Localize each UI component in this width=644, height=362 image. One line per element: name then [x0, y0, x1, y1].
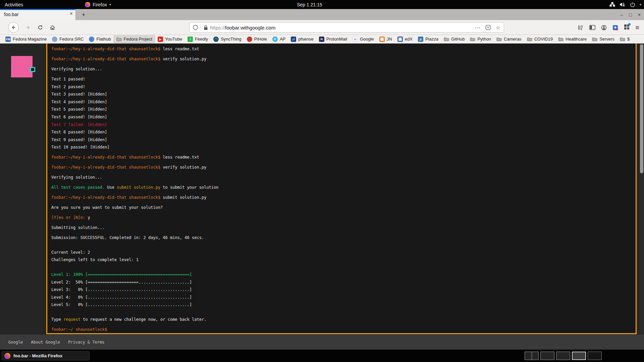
bookmark-star-icon[interactable]: ☆: [496, 24, 500, 31]
forward-button[interactable]: [25, 25, 31, 30]
workspace-box-4[interactable]: [572, 352, 586, 360]
terminal-line: Test 2 passed!: [51, 83, 636, 91]
bookmark-protonmail[interactable]: ✉ProtonMail: [316, 36, 350, 43]
bookmark-ap[interactable]: PAP: [270, 36, 288, 43]
tab-close-icon[interactable]: ×: [70, 11, 73, 17]
youtube-favicon: ▶: [158, 37, 163, 42]
bookmark-edx[interactable]: edX: [395, 36, 415, 43]
bookmark-github[interactable]: GitHub: [441, 36, 467, 43]
pocket-icon[interactable]: [485, 25, 491, 30]
bookmark-covid19[interactable]: COVID19: [524, 36, 556, 43]
activities-button[interactable]: Activities: [0, 0, 28, 9]
back-button[interactable]: [8, 22, 19, 33]
library-icon[interactable]: [578, 25, 584, 31]
tab-foobar[interactable]: foo.bar ×: [0, 9, 76, 20]
bookmark-syncthing[interactable]: ◠SyncThing: [211, 36, 244, 43]
bookmark-label: PiHole: [254, 37, 267, 42]
terminal-line: Submission: SUCCESSFUL. Completed in: 2 …: [51, 234, 636, 242]
container-extension-icon[interactable]: [612, 25, 618, 31]
tracking-protection-shield-icon[interactable]: [193, 25, 198, 30]
terminal-line: foobar:~/hey-i-already-did-that shaunset…: [51, 164, 636, 171]
folder-icon: [444, 37, 449, 42]
taskbar: foo.bar - Mozilla Firefox: [0, 350, 644, 362]
taskbar-window-button[interactable]: foo.bar - Mozilla Firefox: [2, 351, 90, 360]
terminal-line: Test 6 passed! [Hidden]: [51, 113, 636, 121]
terminal-block: Current level: 2Challenges left to compl…: [51, 249, 636, 264]
extension-button[interactable]: [624, 24, 630, 31]
sidebar-icon[interactable]: [589, 25, 595, 30]
url-text[interactable]: https://foobar.withgoogle.com: [210, 25, 275, 31]
terminal-line: Test 3 passed! [Hidden]: [51, 90, 636, 98]
scrollbar[interactable]: [639, 44, 644, 335]
clock[interactable]: Sep 1 21:15: [297, 0, 322, 9]
terminal-line: foobar:~/hey-i-already-did-that shaunset…: [51, 55, 636, 63]
app-menu[interactable]: Firefox ▾: [85, 2, 111, 7]
bookmark-label: edX: [405, 37, 413, 42]
system-status-area[interactable]: ▾: [609, 0, 641, 9]
url-bar[interactable]: https://foobar.withgoogle.com ⋯ ☆: [190, 22, 504, 33]
bookmark-label: Fedora Project: [124, 37, 152, 42]
footer-link-google[interactable]: Google: [8, 340, 23, 345]
account-icon[interactable]: [601, 25, 607, 31]
new-tab-button[interactable]: +: [79, 10, 88, 19]
terminal-line: foobar:~/ shaunsetlock$: [51, 326, 636, 334]
tab-bar: foo.bar × + – □ ×: [0, 9, 644, 20]
flathub-favicon: [89, 37, 94, 42]
terminal-line: Level 3: 0% [...........................…: [51, 286, 636, 294]
bookmark-label: Fedora SRC: [59, 37, 84, 42]
bookmark-fedora-src[interactable]: Fedora SRC: [49, 36, 86, 43]
terminal-block: Submitting solution...: [51, 224, 636, 232]
bookmark-piazza[interactable]: pPiazza: [415, 36, 441, 43]
folder-icon: [527, 37, 532, 42]
pihole-favicon: [247, 37, 252, 42]
lock-icon[interactable]: [204, 25, 208, 30]
bookmark-healthcare[interactable]: Healthcare: [555, 36, 589, 43]
workspace-box-2[interactable]: [540, 352, 554, 360]
bookmark-feedly[interactable]: fFeedly: [185, 36, 211, 43]
bookmark-label: SyncThing: [221, 37, 241, 42]
bookmark-google[interactable]: GGoogle: [350, 36, 377, 43]
terminal-line: Test 7 failed [Hidden]: [51, 121, 636, 129]
home-button[interactable]: [50, 25, 55, 30]
bookmarks-toolbar: FMFedora MagazineFedora SRCFlathubFedora…: [0, 35, 644, 44]
terminal-line: Are you sure you want to submit your sol…: [51, 204, 636, 212]
bookmark-youtube[interactable]: ▶YouTube: [155, 36, 185, 43]
bookmark-label: Servers: [599, 37, 614, 42]
footer-link-about-google[interactable]: About Google: [31, 340, 60, 345]
terminal-line: foobar:~/hey-i-already-did-that shaunset…: [51, 154, 636, 161]
bookmark-jn[interactable]: JN: [377, 36, 395, 43]
bookmark-label: YouTube: [165, 37, 182, 42]
workspace-box-3[interactable]: [556, 352, 570, 360]
terminal-block: Test 1 passed!Test 2 passed!Test 3 passe…: [51, 75, 636, 151]
foobar-logo-cursor: [30, 67, 35, 72]
bookmark-fedora-project[interactable]: Fedora Project: [114, 36, 155, 43]
window-maximize-button[interactable]: □: [629, 12, 632, 17]
terminal-output[interactable]: foobar:~/hey-i-already-did-that shaunset…: [46, 44, 637, 334]
terminal-block: foobar:~/hey-i-already-did-that shaunset…: [51, 164, 636, 171]
reload-button[interactable]: [38, 25, 43, 30]
workspace-box-1[interactable]: [525, 352, 539, 360]
terminal-block: Type request to request a new challenge …: [51, 316, 636, 323]
navigation-toolbar: https://foobar.withgoogle.com ⋯ ☆ ≡: [0, 20, 644, 35]
bookmark-dollar[interactable]: $: [617, 36, 632, 43]
bookmark-python[interactable]: Python: [467, 36, 493, 43]
page-actions-icon[interactable]: ⋯: [475, 24, 481, 31]
bookmark-servers[interactable]: Servers: [589, 36, 617, 43]
screen: Activities Firefox ▾ Sep 1 21:15 ▾ foo.b…: [0, 0, 644, 362]
bookmark-pihole[interactable]: PiHole: [244, 36, 270, 43]
terminal-line: Level 2: 50% [=====================.....…: [51, 279, 636, 286]
bookmark-flathub[interactable]: Flathub: [86, 36, 113, 43]
feedly-favicon: f: [187, 37, 193, 42]
url-scheme: https://: [210, 25, 225, 31]
bookmark-pfsense[interactable]: pfpfsense: [288, 36, 316, 43]
window-close-button[interactable]: ×: [638, 12, 641, 17]
menu-icon[interactable]: ≡: [635, 25, 639, 31]
footer-link-privacy-terms[interactable]: Privacy & Terms: [68, 340, 104, 345]
workspace-box-5[interactable]: [588, 352, 602, 360]
scrollbar-thumb[interactable]: [640, 44, 643, 173]
bookmark-cameras[interactable]: Cameras: [494, 36, 524, 43]
bookmark-fedora-magazine[interactable]: FMFedora Magazine: [3, 36, 49, 43]
terminal-line: Verifying solution...: [51, 65, 636, 73]
window-minimize-button[interactable]: –: [621, 12, 623, 17]
terminal-line: Test 1 passed!: [51, 75, 636, 83]
